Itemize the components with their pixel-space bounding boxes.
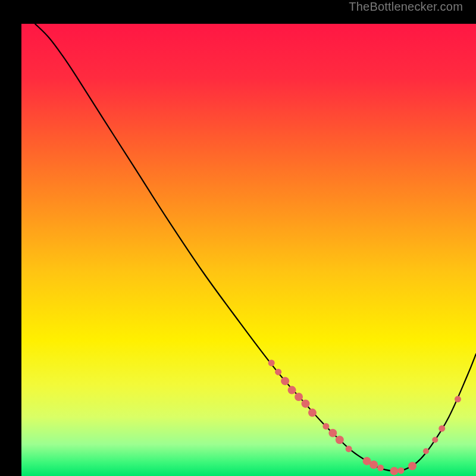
- data-point: [281, 377, 289, 385]
- data-point: [302, 399, 310, 408]
- data-point: [432, 437, 438, 443]
- data-point: [439, 425, 445, 432]
- data-point: [423, 448, 429, 454]
- data-point: [308, 409, 317, 417]
- data-point: [346, 446, 352, 452]
- data-point: [397, 467, 404, 474]
- data-point: [328, 429, 337, 437]
- data-point: [268, 360, 275, 367]
- data-point: [408, 462, 416, 470]
- data-point: [288, 386, 296, 394]
- chart-frame: [11, 11, 465, 465]
- bottleneck-chart: [21, 24, 476, 476]
- data-point: [295, 393, 303, 401]
- data-point: [322, 423, 329, 430]
- chart-background: [21, 24, 476, 476]
- data-point: [336, 436, 344, 444]
- data-point: [455, 396, 461, 402]
- data-point: [369, 461, 378, 469]
- data-point: [390, 467, 398, 475]
- data-point: [377, 465, 384, 471]
- data-point: [275, 369, 281, 375]
